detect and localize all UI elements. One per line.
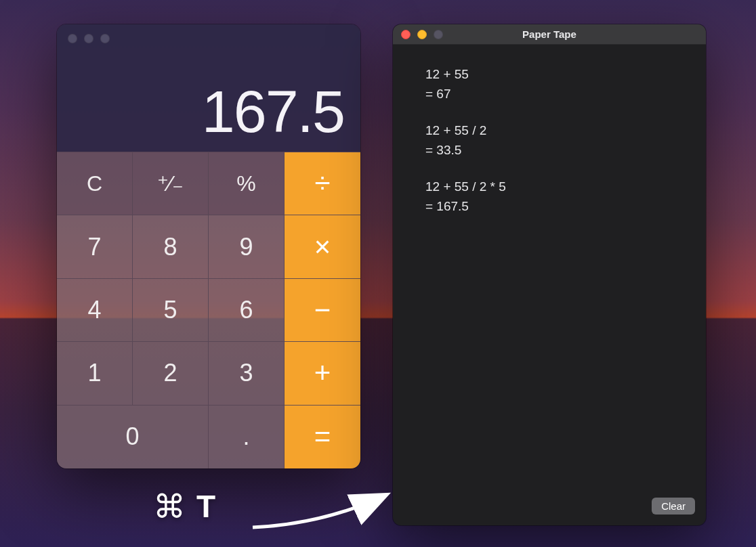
key-1[interactable]: 1 [57, 342, 133, 405]
close-icon[interactable] [401, 30, 411, 39]
tape-expression: 12 + 55 / 2 * 5 [425, 177, 679, 197]
key-plus[interactable]: + [285, 342, 360, 405]
key-clear[interactable]: C [57, 152, 133, 215]
command-icon: ⌘ [153, 487, 186, 525]
key-0[interactable]: 0 [57, 406, 209, 468]
zoom-icon[interactable] [434, 30, 443, 39]
key-4[interactable]: 4 [57, 279, 133, 342]
tape-result: = 67 [425, 85, 679, 104]
key-7[interactable]: 7 [57, 215, 133, 278]
zoom-icon[interactable] [100, 34, 110, 43]
tape-result: = 33.5 [425, 141, 679, 160]
shortcut-key: T [196, 488, 215, 525]
minimize-icon[interactable] [417, 30, 427, 39]
calculator-keypad: C ⁺∕₋ % ÷ 7 8 9 × 4 5 6 − 1 2 3 + 0 . = [57, 152, 360, 468]
paper-tape-body[interactable]: 12 + 55= 6712 + 55 / 2= 33.512 + 55 / 2 … [393, 45, 706, 498]
close-icon[interactable] [68, 34, 77, 43]
paper-tape-footer: Clear [393, 498, 706, 525]
tape-expression: 12 + 55 / 2 [425, 121, 679, 141]
tape-entry: 12 + 55 / 2= 33.5 [425, 121, 679, 160]
tape-entry: 12 + 55 / 2 * 5= 167.5 [425, 177, 679, 216]
key-minus[interactable]: − [285, 279, 360, 342]
tape-expression: 12 + 55 [425, 65, 679, 85]
key-6[interactable]: 6 [209, 279, 285, 342]
calculator-display-area: 167.5 [57, 24, 360, 152]
key-equals[interactable]: = [285, 406, 360, 468]
key-percent[interactable]: % [209, 152, 285, 215]
calculator-traffic-lights [57, 24, 360, 43]
arrow-icon [249, 490, 398, 538]
calculator-display: 167.5 [57, 43, 360, 152]
clear-button[interactable]: Clear [652, 498, 695, 515]
key-8[interactable]: 8 [133, 215, 209, 278]
key-2[interactable]: 2 [133, 342, 209, 405]
minimize-icon[interactable] [84, 34, 93, 43]
key-divide[interactable]: ÷ [285, 152, 360, 215]
key-plusminus[interactable]: ⁺∕₋ [133, 152, 209, 215]
key-decimal[interactable]: . [209, 406, 285, 468]
paper-tape-traffic-lights [393, 30, 443, 39]
paper-tape-titlebar[interactable]: Paper Tape [393, 24, 706, 45]
paper-tape-window: Paper Tape 12 + 55= 6712 + 55 / 2= 33.51… [393, 24, 706, 525]
tape-entry: 12 + 55= 67 [425, 65, 679, 104]
shortcut-annotation: ⌘ T [153, 487, 215, 525]
key-5[interactable]: 5 [133, 279, 209, 342]
calculator-window: 167.5 C ⁺∕₋ % ÷ 7 8 9 × 4 5 6 − 1 2 3 + … [57, 24, 360, 468]
key-3[interactable]: 3 [209, 342, 285, 405]
tape-result: = 167.5 [425, 197, 679, 217]
key-9[interactable]: 9 [209, 215, 285, 278]
key-multiply[interactable]: × [285, 215, 360, 278]
